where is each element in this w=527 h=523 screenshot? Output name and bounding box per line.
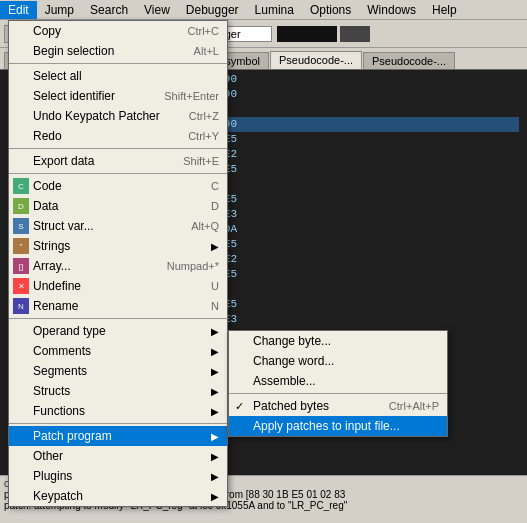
menu-item-select-all[interactable]: Select all <box>9 66 227 86</box>
menu-jump[interactable]: Jump <box>37 1 82 19</box>
submenu-item-apply-patches[interactable]: Apply patches to input file... <box>229 416 447 436</box>
menu-item-array[interactable]: [] Array... Numpad+* <box>9 256 227 276</box>
submenu-item-change-word[interactable]: Change word... <box>229 351 447 371</box>
menu-item-undefine[interactable]: ✕ Undefine U <box>9 276 227 296</box>
menu-item-segments[interactable]: Segments ▶ <box>9 361 227 381</box>
menu-item-begin-selection[interactable]: Begin selection Alt+L <box>9 41 227 61</box>
menu-item-strings[interactable]: " Strings ▶ <box>9 236 227 256</box>
menu-windows[interactable]: Windows <box>359 1 424 19</box>
array-icon: [] <box>13 258 29 274</box>
submenu-separator-1 <box>229 393 447 394</box>
menu-item-plugins[interactable]: Plugins ▶ <box>9 466 227 486</box>
menu-separator-5 <box>9 423 227 424</box>
menu-item-operand-type[interactable]: Operand type ▶ <box>9 321 227 341</box>
menu-item-export-data[interactable]: Export data Shift+E <box>9 151 227 171</box>
menu-separator-1 <box>9 63 227 64</box>
menu-item-struct-var[interactable]: S Struct var... Alt+Q <box>9 216 227 236</box>
menu-item-keypatch[interactable]: Keypatch ▶ <box>9 486 227 506</box>
tab-pseudocode-2[interactable]: Pseudocode-... <box>363 52 455 69</box>
menu-item-copy[interactable]: Copy Ctrl+C <box>9 21 227 41</box>
menu-item-redo[interactable]: Redo Ctrl+Y <box>9 126 227 146</box>
menu-separator-2 <box>9 148 227 149</box>
undefine-icon: ✕ <box>13 278 29 294</box>
menu-item-other[interactable]: Other ▶ <box>9 446 227 466</box>
menu-separator-3 <box>9 173 227 174</box>
menu-options[interactable]: Options <box>302 1 359 19</box>
menu-lumina[interactable]: Lumina <box>247 1 302 19</box>
menu-separator-4 <box>9 318 227 319</box>
menu-item-patch-program[interactable]: Patch program ▶ <box>9 426 227 446</box>
strings-icon: " <box>13 238 29 254</box>
check-icon: ✓ <box>235 400 244 413</box>
menu-item-select-identifier[interactable]: Select identifier Shift+Enter <box>9 86 227 106</box>
tab-pseudocode-1[interactable]: Pseudocode-... <box>270 51 362 69</box>
data-icon: D <box>13 198 29 214</box>
submenu-item-assemble[interactable]: Assemble... <box>229 371 447 391</box>
menu-item-data[interactable]: D Data D <box>9 196 227 216</box>
submenu-item-change-byte[interactable]: Change byte... <box>229 331 447 351</box>
toolbar-color-bar-2 <box>340 26 370 42</box>
menu-item-comments[interactable]: Comments ▶ <box>9 341 227 361</box>
menu-item-functions[interactable]: Functions ▶ <box>9 401 227 421</box>
submenu-patch-program: Change byte... Change word... Assemble..… <box>228 330 448 437</box>
menu-edit[interactable]: Edit <box>0 1 37 19</box>
menu-item-structs[interactable]: Structs ▶ <box>9 381 227 401</box>
menu-bar: Edit Jump Search View Debugger Lumina Op… <box>0 0 527 20</box>
dropdown-menu: Copy Ctrl+C Begin selection Alt+L Select… <box>8 20 228 507</box>
menu-search[interactable]: Search <box>82 1 136 19</box>
submenu-item-patched-bytes[interactable]: ✓ Patched bytes Ctrl+Alt+P <box>229 396 447 416</box>
code-icon: C <box>13 178 29 194</box>
toolbar-color-bar <box>277 26 337 42</box>
menu-debugger[interactable]: Debugger <box>178 1 247 19</box>
menu-view[interactable]: View <box>136 1 178 19</box>
menu-item-code[interactable]: C Code C <box>9 176 227 196</box>
struct-icon: S <box>13 218 29 234</box>
rename-icon: N <box>13 298 29 314</box>
menu-help[interactable]: Help <box>424 1 465 19</box>
menu-item-rename[interactable]: N Rename N <box>9 296 227 316</box>
menu-item-undo-keypatch[interactable]: Undo Keypatch Patcher Ctrl+Z <box>9 106 227 126</box>
